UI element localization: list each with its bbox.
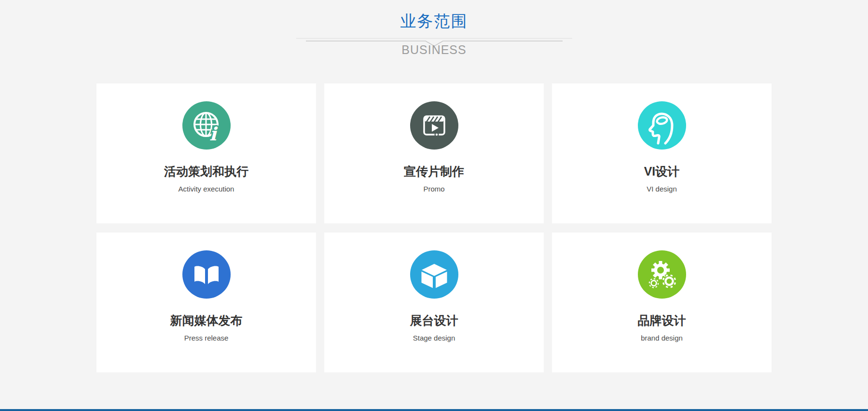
gears-icon — [638, 250, 686, 299]
card-subtitle: brand design — [552, 334, 772, 342]
card-promo[interactable]: 宣传片制作 Promo — [324, 83, 544, 223]
card-brand-design[interactable]: 品牌设计 brand design — [552, 233, 772, 372]
business-section: 业务范围 BUSINESS — [0, 0, 868, 411]
card-title: 品牌设计 — [552, 315, 772, 327]
card-title: VI设计 — [552, 165, 772, 178]
card-subtitle: Promo — [324, 185, 544, 192]
section-title: 业务范围 — [0, 11, 868, 32]
services-grid: i 活动策划和执行 Activity execution — [96, 83, 772, 372]
clapperboard-icon — [410, 101, 458, 150]
card-subtitle: Press release — [96, 334, 316, 342]
open-book-icon — [182, 250, 231, 299]
section-subtitle: BUSINESS — [0, 43, 868, 57]
card-title: 活动策划和执行 — [96, 165, 316, 178]
card-subtitle: Stage design — [324, 334, 544, 342]
card-title: 宣传片制作 — [324, 165, 544, 178]
cube-icon — [410, 250, 458, 299]
card-subtitle: Activity execution — [96, 185, 316, 192]
card-vi-design[interactable]: VI设计 VI design — [552, 83, 772, 223]
head-profile-icon — [638, 101, 686, 150]
globe-info-icon: i — [182, 101, 231, 150]
card-stage-design[interactable]: 展台设计 Stage design — [324, 233, 544, 372]
page-bottom-rule — [0, 409, 868, 411]
card-title: 新闻媒体发布 — [96, 315, 316, 327]
card-activity-execution[interactable]: i 活动策划和执行 Activity execution — [96, 83, 316, 223]
card-press-release[interactable]: 新闻媒体发布 Press release — [96, 233, 316, 372]
card-title: 展台设计 — [324, 315, 544, 327]
card-subtitle: VI design — [552, 185, 772, 192]
